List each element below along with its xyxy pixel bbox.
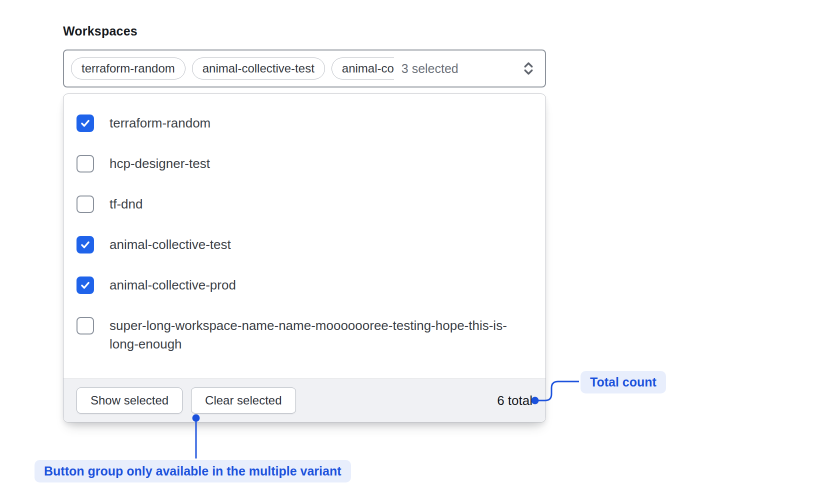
selected-tag: animal-collective-test [192,58,325,80]
clear-selected-button[interactable]: Clear selected [191,388,296,414]
option-label: tf-dnd [110,195,143,214]
checkbox-unchecked[interactable] [76,196,94,213]
field-label: Workspaces [63,24,138,38]
unfold-more-icon [521,60,536,77]
option-row[interactable]: terraform-random [76,103,532,144]
option-row[interactable]: super-long-workspace-name-name-moooooore… [76,306,532,364]
dropdown-footer: Show selected Clear selected 6 total [64,378,546,422]
selected-tag: terraform-random [71,58,186,80]
multiselect-dropdown: terraform-randomhcp-designer-testtf-dnda… [63,94,546,422]
option-row[interactable]: hcp-designer-test [76,144,532,184]
option-row[interactable]: animal-collective-prod [76,265,532,306]
option-label: animal-collective-test [110,236,231,254]
option-label: terraform-random [110,114,210,132]
option-label: animal-collective-prod [110,276,236,294]
checkbox-checked[interactable] [76,236,94,254]
workspaces-multiselect-demo: Workspaces terraform-random animal-colle… [0,0,836,504]
selected-tag-clipped-wrapper: animal-collective-prod [332,58,394,80]
multiselect-trigger[interactable]: terraform-random animal-collective-test … [63,50,546,88]
annotation-button-group: Button group only available in the multi… [34,460,351,482]
show-selected-button[interactable]: Show selected [76,388,182,414]
checkbox-unchecked[interactable] [76,317,94,334]
checkbox-checked[interactable] [76,114,94,132]
option-row[interactable]: animal-collective-test [76,224,532,265]
selected-count-label: 3 selected [402,62,458,76]
options-list: terraform-randomhcp-designer-testtf-dnda… [64,94,546,378]
option-row[interactable]: tf-dnd [76,184,532,224]
option-label: hcp-designer-test [110,154,210,173]
total-count-label: 6 total [497,393,532,408]
checkbox-unchecked[interactable] [76,155,94,172]
checkbox-checked[interactable] [76,276,94,294]
option-label: super-long-workspace-name-name-moooooore… [110,316,510,354]
annotation-total-count: Total count [580,371,666,394]
selected-tag-clipped: animal-collective-prod [332,58,394,80]
